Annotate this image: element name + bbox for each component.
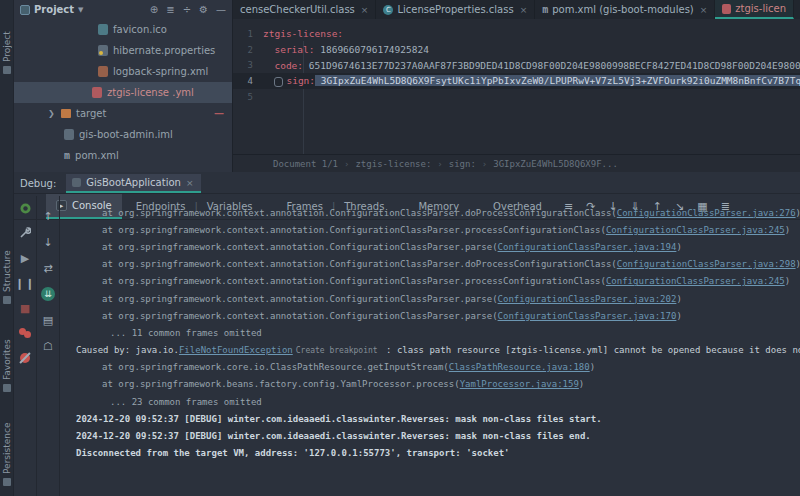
- yaml-icon: [722, 4, 731, 14]
- tree-item-hibernate-properties[interactable]: hibernate.properties: [14, 40, 232, 61]
- stack-trace-link[interactable]: ConfigurationClassParser.java:194: [498, 242, 677, 252]
- editor-code-area[interactable]: 1ztgis-license:2 serial: 186966079617492…: [233, 19, 800, 154]
- breadcrumb-separator: ›: [482, 159, 487, 169]
- chevron-right-icon[interactable]: ❯: [48, 109, 56, 118]
- debug-panel: Debug: GisBootApplication × ▸ Console En…: [14, 172, 800, 496]
- console-line: ... 11 common frames omitted: [76, 324, 800, 341]
- console-line: at org.springframework.context.annotatio…: [76, 290, 800, 307]
- stack-trace-link[interactable]: FileNotFoundException: [179, 345, 293, 355]
- tree-item-gis-boot-admin-iml[interactable]: gis-boot-admin.iml: [14, 124, 232, 145]
- wrench-settings-icon[interactable]: [17, 225, 33, 241]
- tree-item-favicon-ico[interactable]: favicon.ico: [14, 19, 232, 40]
- yaml-value: 651D9674613E77D237A0AAF87F3BD9DED41D8CD9…: [303, 60, 800, 71]
- stack-trace-link[interactable]: ConfigurationClassParser.java:245: [606, 276, 785, 286]
- code-line-text: serial: 1869660796174925824: [263, 44, 429, 55]
- tree-item-label: logback-spring.xml: [113, 66, 208, 77]
- expand-collapse-icon[interactable]: ÷: [183, 4, 191, 15]
- editor-tab-censecheckerutil-class[interactable]: censeCheckerUtil.class×: [233, 0, 376, 19]
- folder-file-icon: [61, 109, 71, 118]
- project-icon: [20, 5, 30, 15]
- mute-breakpoints-icon[interactable]: [17, 350, 33, 366]
- project-stripe-icon: [3, 66, 11, 74]
- code-line-4[interactable]: 4 sign: 3GIpxZuE4WhL5D8Q6X9FsytUKc1iYpPb…: [233, 73, 800, 89]
- print-icon[interactable]: ▤: [40, 312, 56, 328]
- yaml-key: sign:: [286, 75, 315, 86]
- console-output[interactable]: at org.springframework.context.annotatio…: [60, 198, 800, 496]
- tree-item-label: favicon.ico: [113, 24, 167, 35]
- code-line-5[interactable]: 5: [233, 89, 800, 105]
- console-line: ... 23 common frames omitted: [76, 393, 800, 410]
- resume-program-icon[interactable]: ▶: [17, 250, 33, 266]
- code-line-3[interactable]: 3 code: 651D9674613E77D237A0AAF87F3BD9DE…: [233, 57, 800, 73]
- down-stack-trace-icon[interactable]: ↓: [40, 234, 56, 250]
- locate-icon[interactable]: ⊕: [150, 4, 158, 15]
- console-text: at org.springframework.context.annotatio…: [102, 225, 606, 235]
- tree-item-target[interactable]: ❯target—: [14, 103, 232, 124]
- console-line: Caused by: java.io.FileNotFoundException…: [76, 342, 800, 359]
- stop-icon[interactable]: ■: [17, 300, 33, 316]
- pause-program-icon[interactable]: ❙❙: [17, 275, 33, 291]
- collapse-all-icon[interactable]: ≣: [166, 4, 174, 15]
- stack-trace-link[interactable]: ConfigurationClassParser.java:245: [606, 225, 785, 235]
- breadcrumb-segment[interactable]: sign:: [449, 159, 476, 169]
- stack-trace-link[interactable]: ConfigurationClassParser.java:202: [498, 294, 677, 304]
- editor-breadcrumb[interactable]: Document 1/1›ztgis-license:›sign:›3GIpxZ…: [233, 154, 800, 172]
- tree-item-ztgis-license-yml[interactable]: ztgis-license .yml: [14, 82, 232, 103]
- editor-tab-label: censeCheckerUtil.class: [240, 4, 355, 15]
- console-text: ): [590, 362, 595, 372]
- project-panel-header: Project ▼ ⊕≣÷⚙—: [14, 0, 232, 19]
- stripe-project-button[interactable]: Project: [0, 4, 14, 74]
- console-text: ): [785, 225, 790, 235]
- tool-window-stripe: Project Structure Favorites Persistence: [0, 0, 14, 496]
- console-line: at org.springframework.context.annotatio…: [76, 238, 800, 255]
- create-breakpoint-hint[interactable]: Create breakpoint: [293, 346, 381, 355]
- console-line: 2024-12-20 09:52:37 [DEBUG] winter.com.i…: [76, 410, 800, 427]
- close-icon[interactable]: ×: [520, 5, 528, 15]
- project-view-dropdown[interactable]: Project ▼: [20, 4, 83, 15]
- console-text: ): [676, 294, 681, 304]
- view-breakpoints-icon[interactable]: [17, 325, 33, 341]
- stack-trace-link[interactable]: ConfigurationClassParser.java:276: [617, 208, 796, 218]
- editor-tab-bar: censeCheckerUtil.class×CLicensePropertie…: [233, 0, 800, 19]
- up-stack-trace-icon[interactable]: ↑: [40, 208, 56, 224]
- settings-gear-icon[interactable]: ⚙: [199, 4, 208, 15]
- breadcrumb-separator: ›: [344, 159, 349, 169]
- soft-wrap-icon[interactable]: ⇄: [40, 260, 56, 276]
- debug-session-tab[interactable]: GisBootApplication ×: [66, 174, 201, 193]
- stack-trace-link[interactable]: ClassPathResource.java:180: [449, 362, 590, 372]
- editor-tab-ztgis-licen[interactable]: ztgis-licen: [715, 0, 794, 19]
- stripe-persistence-button[interactable]: Persistence: [0, 402, 14, 486]
- stack-trace-link[interactable]: YamlProcessor.java:159: [460, 379, 579, 389]
- scroll-to-end-icon[interactable]: ⇊: [40, 286, 56, 302]
- stripe-project-label: Project: [2, 31, 12, 62]
- code-line-2[interactable]: 2 serial: 1869660796174925824: [233, 42, 800, 58]
- stack-trace-link[interactable]: ConfigurationClassParser.java:298: [617, 259, 796, 269]
- tree-item-logback-spring-xml[interactable]: logback-spring.xml: [14, 61, 232, 82]
- editor-tab-licenseproperties-class[interactable]: CLicenseProperties.class×: [376, 0, 535, 19]
- breadcrumb-segment[interactable]: Document 1/1: [273, 159, 338, 169]
- code-line-text: sign: 3GIpxZuE4WhL5D8Q6X9FsytUKc1iYpPbIx…: [263, 75, 800, 87]
- stack-trace-link[interactable]: ConfigurationClassParser.java:170: [498, 311, 677, 321]
- hide-panel-icon[interactable]: —: [216, 4, 226, 15]
- console-text: : class path resource [ztgis-license.yml…: [381, 345, 800, 355]
- breadcrumb-segment[interactable]: 3GIpxZuE4WhL5D8Q6X9F...: [493, 159, 618, 169]
- console-line: at org.springframework.context.annotatio…: [76, 256, 800, 273]
- project-panel: Project ▼ ⊕≣÷⚙— favicon.icohibernate.pro…: [14, 0, 232, 172]
- close-icon[interactable]: ×: [361, 5, 369, 15]
- line-number: 4: [233, 76, 263, 86]
- close-icon[interactable]: ×: [186, 178, 194, 188]
- breadcrumb-segment[interactable]: ztgis-license:: [355, 159, 431, 169]
- code-line-1[interactable]: 1ztgis-license:: [233, 26, 800, 42]
- stripe-favorites-button[interactable]: Favorites: [0, 322, 14, 392]
- console-text: ): [676, 311, 681, 321]
- console-line: at org.springframework.context.annotatio…: [76, 204, 800, 221]
- editor-tab-pom-xml-gis-boot-modules-[interactable]: mpom.xml (gis-boot-modules)×: [535, 0, 715, 19]
- console-text: ): [579, 379, 584, 389]
- class-icon: C: [383, 5, 393, 15]
- xml-file-icon: [98, 66, 108, 77]
- rerun-debug-icon[interactable]: [17, 200, 33, 216]
- tree-item-pom-xml[interactable]: mpom.xml: [14, 145, 232, 166]
- close-icon[interactable]: ×: [700, 5, 708, 15]
- clear-all-icon[interactable]: ☖: [40, 338, 56, 354]
- stripe-structure-button[interactable]: Structure: [0, 232, 14, 304]
